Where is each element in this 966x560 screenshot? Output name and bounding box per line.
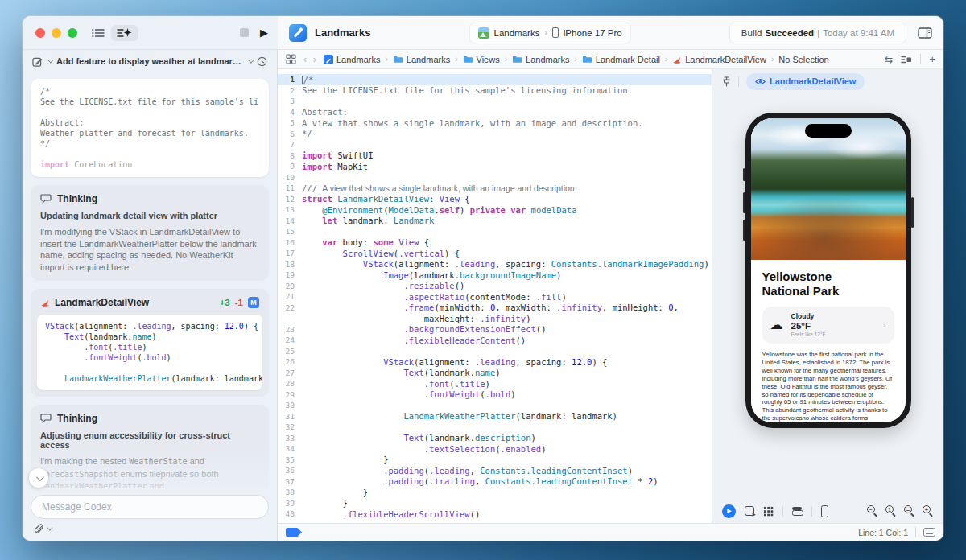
code-line[interactable]: 39 }	[278, 498, 712, 509]
selectable-mode-icon[interactable]	[745, 506, 754, 516]
code-line[interactable]: 37 .padding(.trailing, Constants.leading…	[278, 476, 712, 488]
code-line[interactable]: 10	[278, 172, 712, 183]
close-button[interactable]	[35, 28, 45, 38]
code-line[interactable]: 17 ScrollView(.vertical) {	[278, 248, 712, 259]
code-line[interactable]: 20 .resizable()	[278, 281, 712, 292]
add-editor-icon[interactable]: +	[929, 53, 935, 65]
zoom-in-icon[interactable]: +	[923, 505, 934, 517]
navigator-toggle-icon[interactable]	[92, 27, 105, 39]
preview-target-capsule[interactable]: LandmarkDetailView	[746, 73, 865, 90]
zoom-window-button[interactable]	[68, 28, 77, 38]
device-icon	[552, 27, 559, 38]
code-line[interactable]: 34 .textSelection(.enabled)	[278, 443, 712, 455]
code-review-icon[interactable]: ⇆	[885, 54, 893, 65]
chevron-down-icon[interactable]	[47, 525, 52, 531]
code-line[interactable]: 35 }	[278, 455, 712, 466]
collapse-card-button[interactable]	[29, 468, 48, 488]
line-number: 4	[278, 108, 302, 117]
code-line[interactable]: 3	[278, 96, 712, 107]
attach-icon[interactable]	[34, 524, 43, 534]
breadcrumb-item[interactable]: No Selection	[778, 55, 828, 64]
code-line[interactable]: 26 VStack(alignment: .leading, spacing: …	[278, 356, 712, 368]
breakpoint-tag[interactable]	[286, 528, 302, 537]
variants-mode-icon[interactable]	[763, 506, 774, 517]
code-line[interactable]: 8import SwiftUI	[278, 150, 712, 162]
iphone-preview[interactable]: Yellowstone National Park ☁ Cloudy 25°F …	[745, 113, 911, 428]
editor-options-icon[interactable]	[901, 55, 912, 64]
run-button[interactable]: ▶	[260, 27, 268, 38]
conversation-title[interactable]: Add feature to display weather at landma…	[56, 56, 243, 66]
code-line[interactable]: 23 .backgroundExtensionEffect()	[278, 324, 712, 336]
related-items-icon[interactable]	[286, 54, 296, 64]
forward-button[interactable]: ›	[313, 54, 316, 65]
back-button[interactable]: ‹	[303, 54, 307, 65]
code-line[interactable]: 30	[278, 400, 712, 411]
breadcrumb-item[interactable]: Landmarks	[512, 55, 569, 64]
preview-device-icon[interactable]	[821, 505, 828, 517]
code-line[interactable]: 32	[278, 422, 712, 433]
breadcrumb-item[interactable]: Landmarks	[393, 55, 450, 64]
zoom-out-icon[interactable]: −	[867, 505, 878, 517]
chevron-down-icon[interactable]	[248, 57, 254, 63]
pin-preview-icon[interactable]	[722, 76, 731, 87]
code-line[interactable]: 27 Text(landmark.name)	[278, 368, 712, 379]
chevron-down-icon[interactable]	[47, 57, 53, 63]
code-token: .leading	[455, 259, 496, 269]
code-line[interactable]: 40 .flexibleHeaderScrollView()	[278, 509, 712, 520]
code-line[interactable]: 33 Text(landmark.description)	[278, 433, 712, 444]
breadcrumb-item[interactable]: LandmarkDetailView	[672, 55, 766, 64]
scheme-name[interactable]: Landmarks	[494, 28, 540, 38]
code-line[interactable]: 9import MapKit	[278, 161, 712, 172]
run-destination[interactable]: iPhone 17 Pro	[564, 28, 622, 38]
minimize-button[interactable]	[52, 28, 61, 38]
code-token: (landmark.	[424, 368, 475, 377]
stop-button[interactable]	[240, 28, 249, 37]
minimized-editor-icon[interactable]	[923, 528, 935, 537]
activity-view[interactable]: Build Succeeded | Today at 9:41 AM	[729, 23, 906, 43]
code-line[interactable]: 36 .padding(.leading, Constants.leadingC…	[278, 465, 712, 476]
code-line[interactable]: 7	[278, 139, 712, 150]
source-editor[interactable]: 1/*2See the LICENSE.txt file for this sa…	[278, 69, 712, 523]
code-line[interactable]: 2See the LICENSE.txt file for this sampl…	[278, 85, 712, 97]
inspector-toggle-icon[interactable]	[918, 27, 932, 39]
code-line[interactable]: 28 .font(.title)	[278, 378, 712, 389]
code-token: Weather platter and forecast for landmar…	[40, 129, 249, 138]
code-line[interactable]: 11/// A view that shows a single landmar…	[278, 183, 712, 194]
code-token: See the LICENSE.txt file for this sample…	[302, 85, 633, 95]
new-conversation-icon[interactable]	[32, 56, 43, 67]
code-line[interactable]: 22 .frame(minWidth: 0, maxWidth: .infini…	[278, 303, 712, 314]
code-line[interactable]: 38 }	[278, 487, 712, 498]
code-line[interactable]: 18 VStack(alignment: .leading, spacing: …	[278, 259, 712, 270]
code-line[interactable]: 12struct LandmarkDetailView: View {	[278, 194, 712, 205]
code-line[interactable]: 24 .flexibleHeaderContent()	[278, 335, 712, 346]
code-token	[302, 433, 403, 443]
breadcrumb-item[interactable]: Views	[463, 55, 500, 64]
thinking-label: Thinking	[57, 413, 97, 424]
code-line[interactable]: 21 .aspectRatio(contentMode: .fill)	[278, 291, 712, 303]
zoom-100-icon[interactable]: 1	[886, 505, 897, 517]
history-icon[interactable]	[257, 56, 267, 67]
message-input[interactable]	[31, 495, 269, 519]
code-line[interactable]: 16 var body: some View {	[278, 237, 712, 249]
code-line[interactable]: maxHeight: .infinity)	[278, 313, 712, 324]
code-line[interactable]: 25	[278, 346, 712, 357]
device-settings-icon[interactable]	[792, 506, 803, 517]
scheme-selector[interactable]: Landmarks › iPhone 17 Pro	[469, 23, 631, 43]
breadcrumb-item[interactable]: Landmarks	[324, 55, 380, 64]
code-line[interactable]: 14 let landmark: Landmark	[278, 216, 712, 227]
weather-platter[interactable]: ☁ Cloudy 25°F Feels like 12°F ›	[762, 307, 894, 343]
code-line[interactable]: 4Abstract:	[278, 107, 712, 118]
breadcrumb-item[interactable]: Landmark Detail	[582, 55, 660, 64]
code-line[interactable]: 19 Image(landmark.backgroundImageName)	[278, 270, 712, 281]
code-line[interactable]: 15	[278, 226, 712, 237]
live-preview-button[interactable]: ▶	[722, 504, 736, 518]
code-line[interactable]: 13 @Environment(ModelData.self) private …	[278, 204, 712, 216]
code-line[interactable]: 31 LandmarkWeatherPlatter(landmark: land…	[278, 411, 712, 422]
code-line[interactable]: 29 .fontWeight(.bold)	[278, 389, 712, 401]
coding-assistant-toggle-icon[interactable]	[111, 25, 138, 41]
zoom-fit-icon[interactable]: =	[904, 505, 915, 517]
code-line[interactable]: 5A view that shows a single landmark, wi…	[278, 117, 712, 129]
diff-header[interactable]: LandmarkDetailView+3-1M	[37, 295, 262, 315]
code-line[interactable]: 6*/	[278, 129, 712, 140]
code-line[interactable]: 1/*	[278, 74, 712, 85]
